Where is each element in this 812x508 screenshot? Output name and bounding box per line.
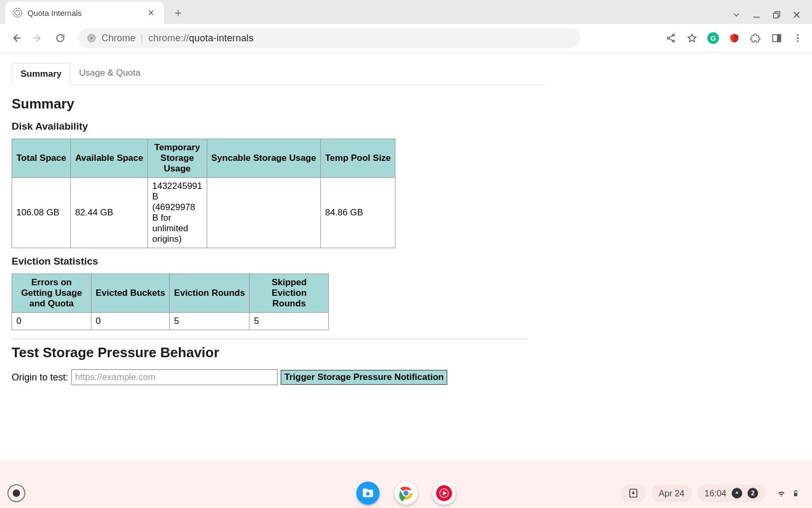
browser-menu-icon[interactable] <box>792 32 804 44</box>
extensions-icon[interactable] <box>750 32 761 44</box>
td-eviction-rounds: 5 <box>170 313 250 330</box>
omnibox-separator: | <box>141 33 143 44</box>
td-skipped-rounds: 5 <box>250 313 329 330</box>
notification-count-badge: 2 <box>748 488 758 498</box>
svg-point-14 <box>797 37 798 39</box>
th-temp-pool-size: Temp Pool Size <box>320 139 395 178</box>
back-button[interactable] <box>8 31 23 46</box>
svg-point-9 <box>667 37 669 39</box>
status-tray[interactable]: 16:04 2 <box>697 484 765 502</box>
browser-tabstrip: Quota Internals ✕ ＋ <box>0 0 812 24</box>
chrome-icon <box>87 33 96 43</box>
eviction-stats-heading: Eviction Statistics <box>12 256 545 267</box>
td-temp-storage-usage: 1432245991 B (46929978 B for unlimited o… <box>147 178 207 248</box>
td-errors: 0 <box>12 313 91 330</box>
svg-rect-24 <box>795 490 796 491</box>
window-minimize-button[interactable] <box>751 9 762 21</box>
address-bar[interactable]: Chrome | chrome://quota-internals <box>78 28 580 48</box>
os-shelf: Apr 24 16:04 2 <box>0 478 812 508</box>
tab-usage-quota[interactable]: Usage & Quota <box>70 62 149 85</box>
origin-label: Origin to test: <box>12 372 68 383</box>
page-tablist: Summary Usage & Quota <box>12 62 545 85</box>
chrome-app-icon[interactable] <box>394 482 418 505</box>
table-row: 106.08 GB 82.44 GB 1432245991 B (4692997… <box>12 178 395 248</box>
extension-shield-icon[interactable] <box>728 32 740 44</box>
omnibox-path: quota-internals <box>189 33 254 43</box>
new-tab-button[interactable]: ＋ <box>169 4 187 22</box>
th-available-space: Available Space <box>71 139 148 178</box>
launcher-button[interactable] <box>7 484 25 502</box>
divider <box>12 339 527 339</box>
svg-point-7 <box>90 37 93 39</box>
share-icon[interactable] <box>665 32 677 44</box>
svg-rect-25 <box>795 492 797 493</box>
origin-input[interactable] <box>71 369 278 385</box>
eviction-stats-table: Errors on Getting Usage and Quota Evicte… <box>12 274 329 330</box>
up-arrow-icon <box>732 488 742 498</box>
table-header-row: Errors on Getting Usage and Quota Evicte… <box>12 274 329 313</box>
tab-summary[interactable]: Summary <box>12 63 70 85</box>
th-syncable-storage-usage: Syncable Storage Usage <box>207 139 320 178</box>
tab-title: Quota Internals <box>27 8 145 17</box>
td-evicted-buckets: 0 <box>91 313 170 330</box>
th-skipped-rounds: Skipped Eviction Rounds <box>250 274 329 313</box>
bookmark-star-icon[interactable] <box>686 32 698 44</box>
battery-icon[interactable] <box>792 488 799 498</box>
th-eviction-rounds: Eviction Rounds <box>170 274 250 313</box>
page-viewport: Summary Usage & Quota Summary Disk Avail… <box>0 53 812 460</box>
table-row: 0 0 5 5 <box>12 313 329 330</box>
th-total-space: Total Space <box>12 139 71 178</box>
disk-availability-heading: Disk Availability <box>12 121 545 132</box>
close-icon[interactable]: ✕ <box>145 8 156 18</box>
svg-point-15 <box>797 40 798 42</box>
td-syncable-storage-usage <box>207 178 320 248</box>
time-label: 16:04 <box>705 488 726 498</box>
omnibox-scheme: chrome:// <box>149 33 189 43</box>
th-temp-storage-usage: Temporary Storage Usage <box>147 139 207 178</box>
omnibox-chip: Chrome <box>102 33 135 44</box>
svg-point-10 <box>672 40 675 42</box>
svg-point-16 <box>366 492 370 496</box>
disk-availability-table: Total Space Available Space Temporary St… <box>12 139 395 248</box>
svg-rect-2 <box>773 13 778 18</box>
forward-button <box>31 31 45 46</box>
browser-tab-active[interactable]: Quota Internals ✕ <box>5 2 164 24</box>
sidepanel-icon[interactable] <box>771 32 782 44</box>
table-header-row: Total Space Available Space Temporary St… <box>12 139 395 178</box>
window-close-button[interactable] <box>791 9 802 21</box>
date-label[interactable]: Apr 24 <box>651 485 692 502</box>
svg-point-8 <box>672 34 675 36</box>
td-available-space: 82.44 GB <box>71 178 148 248</box>
tab-search-button[interactable] <box>731 9 742 21</box>
td-total-space: 106.08 GB <box>12 178 71 248</box>
extension-grammarly-icon[interactable]: G <box>707 32 719 44</box>
wifi-icon[interactable] <box>776 488 787 498</box>
window-maximize-button[interactable] <box>771 9 782 21</box>
globe-icon <box>13 8 22 17</box>
omnibox-url: chrome://quota-internals <box>149 33 254 44</box>
page-heading: Summary <box>12 96 545 112</box>
trigger-pressure-button[interactable]: Trigger Storage Pressure Notification <box>281 370 447 385</box>
files-app-icon[interactable] <box>356 482 380 505</box>
reload-button[interactable] <box>53 31 68 46</box>
browser-toolbar: Chrome | chrome://quota-internals G <box>0 24 812 53</box>
downloads-tray-button[interactable] <box>621 484 646 502</box>
th-evicted-buckets: Evicted Buckets <box>91 274 170 313</box>
td-temp-pool-size: 84.86 GB <box>320 178 395 248</box>
th-errors: Errors on Getting Usage and Quota <box>12 274 91 313</box>
svg-rect-12 <box>778 34 781 41</box>
svg-point-13 <box>797 34 798 36</box>
youtube-music-app-icon[interactable] <box>432 482 456 505</box>
pressure-heading: Test Storage Pressure Behavior <box>12 344 545 361</box>
